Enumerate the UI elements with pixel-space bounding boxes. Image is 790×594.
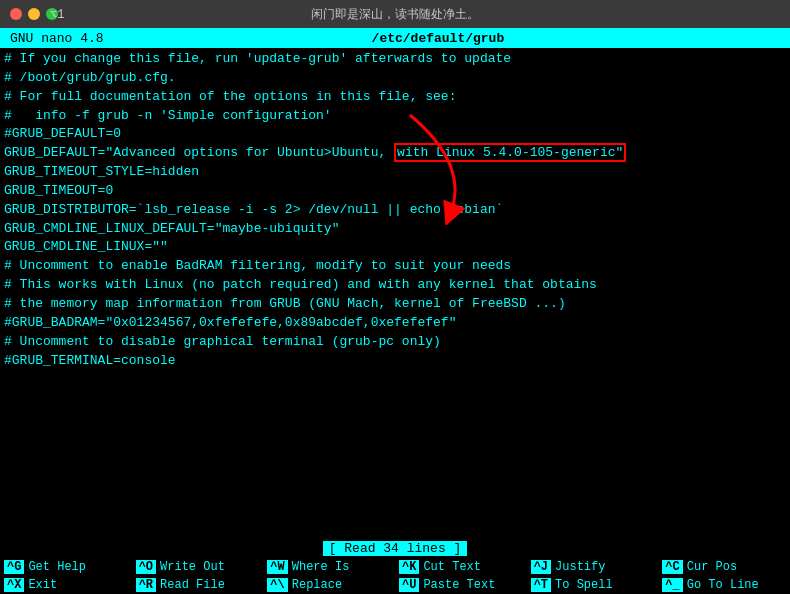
nano-name: GNU nano 4.8: [10, 31, 104, 46]
shortcut-item[interactable]: ^\Replace: [263, 576, 395, 594]
editor-line: # Uncomment to enable BadRAM filtering, …: [4, 257, 786, 276]
shortcut-item[interactable]: ^GGet Help: [0, 558, 132, 576]
editor-line: # info -f grub -n 'Simple configuration': [4, 107, 786, 126]
shortcut-label: Read File: [160, 578, 225, 592]
shortcut-label: Paste Text: [423, 578, 495, 592]
editor-line: GRUB_TIMEOUT=0: [4, 182, 786, 201]
editor-line: # Uncomment to disable graphical termina…: [4, 333, 786, 352]
shortcut-item[interactable]: ^TTo Spell: [527, 576, 659, 594]
status-bar: [ Read 34 lines ]: [0, 539, 790, 558]
tab-label: ⌥1: [50, 7, 64, 22]
highlighted-text: with Linux 5.4.0-105-generic": [394, 143, 626, 162]
shortcut-item[interactable]: ^XExit: [0, 576, 132, 594]
close-button[interactable]: [10, 8, 22, 20]
editor-line: # If you change this file, run 'update-g…: [4, 50, 786, 69]
editor-line: #GRUB_TERMINAL=console: [4, 352, 786, 371]
titlebar-text: 闲门即是深山，读书随处净土。: [311, 6, 479, 23]
editor-line: GRUB_CMDLINE_LINUX_DEFAULT="maybe-ubiqui…: [4, 220, 786, 239]
shortcut-item[interactable]: ^JJustify: [527, 558, 659, 576]
nano-header-right: [772, 31, 780, 46]
nano-filename: /etc/default/grub: [104, 31, 773, 46]
shortcut-item[interactable]: ^CCur Pos: [658, 558, 790, 576]
shortcut-key: ^C: [662, 560, 682, 574]
shortcut-key: ^U: [399, 578, 419, 592]
shortcut-key: ^\: [267, 578, 287, 592]
editor-line: GRUB_CMDLINE_LINUX="": [4, 238, 786, 257]
editor-line: # /boot/grub/grub.cfg.: [4, 69, 786, 88]
editor-line: GRUB_TIMEOUT_STYLE=hidden: [4, 163, 786, 182]
shortcut-key: ^J: [531, 560, 551, 574]
shortcut-label: Justify: [555, 560, 605, 574]
minimize-button[interactable]: [28, 8, 40, 20]
shortcut-key: ^_: [662, 578, 682, 592]
shortcut-item[interactable]: ^_Go To Line: [658, 576, 790, 594]
editor-line: #GRUB_BADRAM="0x01234567,0xfefefefe,0x89…: [4, 314, 786, 333]
shortcut-item[interactable]: ^UPaste Text: [395, 576, 527, 594]
shortcut-key: ^W: [267, 560, 287, 574]
editor-line: # the memory map information from GRUB (…: [4, 295, 786, 314]
editor-line: # For full documentation of the options …: [4, 88, 786, 107]
nano-header: GNU nano 4.8 /etc/default/grub: [0, 28, 790, 48]
status-text: [ Read 34 lines ]: [323, 541, 468, 556]
editor-line: GRUB_DISTRIBUTOR=`lsb_release -i -s 2> /…: [4, 201, 786, 220]
shortcuts-bar: ^GGet Help^OWrite Out^WWhere Is^KCut Tex…: [0, 558, 790, 594]
shortcut-label: Replace: [292, 578, 342, 592]
shortcut-label: Exit: [28, 578, 57, 592]
shortcut-label: Write Out: [160, 560, 225, 574]
shortcut-label: Where Is: [292, 560, 350, 574]
shortcut-label: Cut Text: [423, 560, 481, 574]
editor-line: GRUB_DEFAULT="Advanced options for Ubunt…: [4, 144, 786, 163]
shortcut-label: To Spell: [555, 578, 613, 592]
editor-line: # This works with Linux (no patch requir…: [4, 276, 786, 295]
shortcut-label: Get Help: [28, 560, 86, 574]
shortcut-key: ^K: [399, 560, 419, 574]
shortcut-key: ^X: [4, 578, 24, 592]
titlebar: ⌥1 闲门即是深山，读书随处净土。: [0, 0, 790, 28]
shortcut-key: ^O: [136, 560, 156, 574]
shortcut-item[interactable]: ^WWhere Is: [263, 558, 395, 576]
shortcut-label: Cur Pos: [687, 560, 737, 574]
shortcut-key: ^T: [531, 578, 551, 592]
editor-content[interactable]: # If you change this file, run 'update-g…: [0, 48, 790, 539]
shortcut-item[interactable]: ^KCut Text: [395, 558, 527, 576]
shortcut-key: ^R: [136, 578, 156, 592]
shortcut-item[interactable]: ^RRead File: [132, 576, 264, 594]
shortcut-label: Go To Line: [687, 578, 759, 592]
shortcut-key: ^G: [4, 560, 24, 574]
shortcut-item[interactable]: ^OWrite Out: [132, 558, 264, 576]
terminal: GNU nano 4.8 /etc/default/grub # If you …: [0, 28, 790, 594]
editor-line: #GRUB_DEFAULT=0: [4, 125, 786, 144]
